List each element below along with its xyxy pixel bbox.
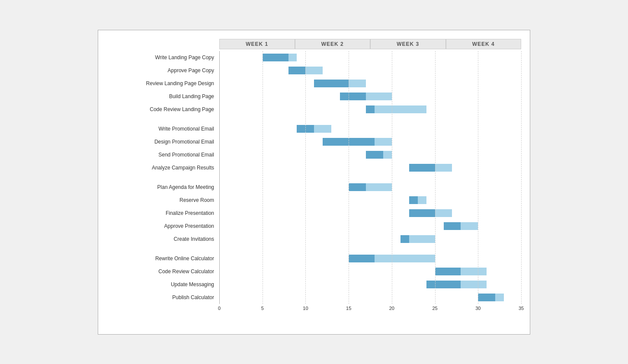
x-tick-5: 5	[261, 306, 264, 311]
bar-light	[461, 268, 487, 275]
x-tick-15: 15	[346, 306, 351, 311]
x-tick-25: 25	[432, 306, 437, 311]
x-tick-30: 30	[475, 306, 481, 311]
task-row: Review Landing Page Design	[107, 77, 521, 90]
chart-container: WEEK 1WEEK 2WEEK 3WEEK 4 Write Landing P…	[98, 30, 530, 335]
week-label-3: WEEK 3	[370, 39, 446, 49]
task-label: Plan Agenda for Meeting	[107, 184, 219, 190]
bar-light	[366, 183, 392, 191]
task-row: Update Messaging	[107, 278, 521, 291]
task-row: Write Landing Page Copy	[107, 51, 521, 64]
task-row: Analyze Campaign Results	[107, 161, 521, 174]
bar-light	[461, 281, 487, 288]
week-header: WEEK 1WEEK 2WEEK 3WEEK 4	[219, 39, 521, 49]
week-label-1: WEEK 1	[219, 39, 295, 49]
chart-plot: Write Landing Page CopyApprove Page Copy…	[107, 51, 521, 304]
task-row: Finalize Presentation	[107, 207, 521, 220]
x-tick-0: 0	[218, 306, 221, 311]
task-label: Reserve Room	[107, 197, 219, 203]
bar-dark	[314, 80, 349, 87]
bar-dark	[401, 235, 409, 243]
x-tick-35: 35	[519, 306, 524, 311]
task-label: Code Review Calculator	[107, 268, 219, 275]
task-label: Update Messaging	[107, 281, 219, 287]
task-row: Plan Agenda for Meeting	[107, 181, 521, 194]
bar-dark	[366, 151, 383, 159]
week-label-4: WEEK 4	[446, 39, 522, 49]
bar-light	[435, 209, 452, 217]
bar-light	[375, 105, 426, 113]
bar-dark	[288, 67, 306, 74]
bar-dark	[409, 164, 435, 172]
spacer-row	[107, 174, 521, 181]
task-label: Write Promotional Email	[107, 126, 219, 132]
bar-light	[409, 235, 435, 243]
bar-light	[349, 80, 366, 87]
x-axis: 05101520253035	[219, 306, 521, 314]
task-label: Analyze Campaign Results	[107, 165, 219, 171]
x-tick-10: 10	[303, 306, 308, 311]
task-label: Rewrite Online Calculator	[107, 255, 219, 262]
chart-body: Write Landing Page CopyApprove Page Copy…	[107, 51, 521, 304]
task-row: Rewrite Online Calculator	[107, 252, 521, 265]
task-row: Reserve Room	[107, 194, 521, 207]
bar-light	[375, 138, 392, 146]
spacer-row	[107, 116, 521, 122]
week-label-2: WEEK 2	[295, 39, 371, 49]
task-label: Create Invitations	[107, 236, 219, 242]
bar-light	[288, 54, 297, 61]
task-label: Design Promotional Email	[107, 139, 219, 145]
task-row: Send Promotional Email	[107, 148, 521, 161]
task-row: Publish Calculator	[107, 291, 521, 304]
bar-light	[435, 164, 452, 172]
bar-light	[418, 196, 426, 204]
bar-dark	[478, 294, 495, 301]
bar-dark	[409, 209, 435, 217]
bar-dark	[297, 125, 314, 133]
bar-dark	[366, 105, 375, 113]
bar-light	[461, 222, 478, 230]
bar-dark	[263, 54, 288, 61]
task-label: Approve Presentation	[107, 223, 219, 229]
task-row: Code Review Calculator	[107, 265, 521, 278]
grid-line-35	[521, 51, 522, 304]
bar-light	[495, 294, 504, 301]
bar-light	[366, 93, 392, 100]
bar-dark	[444, 222, 461, 230]
task-row: Create Invitations	[107, 233, 521, 246]
task-row: Design Promotional Email	[107, 135, 521, 148]
bar-light	[383, 151, 392, 159]
task-label: Review Landing Page Design	[107, 80, 219, 86]
bar-light	[314, 125, 331, 133]
bar-dark	[323, 138, 375, 146]
bar-dark	[349, 255, 375, 262]
bar-light	[305, 67, 323, 74]
bar-dark	[435, 268, 461, 275]
task-label: Send Promotional Email	[107, 152, 219, 158]
task-row: Approve Page Copy	[107, 64, 521, 77]
task-row: Approve Presentation	[107, 220, 521, 233]
x-tick-20: 20	[389, 306, 394, 311]
bar-light	[375, 255, 435, 262]
task-label: Approve Page Copy	[107, 67, 219, 73]
bar-dark	[349, 183, 366, 191]
spacer-row	[107, 246, 521, 252]
task-label: Finalize Presentation	[107, 210, 219, 216]
bar-dark	[409, 196, 418, 204]
task-row: Build Landing Page	[107, 90, 521, 103]
task-row: Write Promotional Email	[107, 122, 521, 135]
bar-dark	[340, 93, 366, 100]
task-row: Code Review Landing Page	[107, 103, 521, 116]
task-label: Build Landing Page	[107, 93, 219, 99]
bar-dark	[426, 281, 461, 288]
task-label: Publish Calculator	[107, 294, 219, 300]
task-label: Write Landing Page Copy	[107, 54, 219, 61]
task-label: Code Review Landing Page	[107, 106, 219, 112]
